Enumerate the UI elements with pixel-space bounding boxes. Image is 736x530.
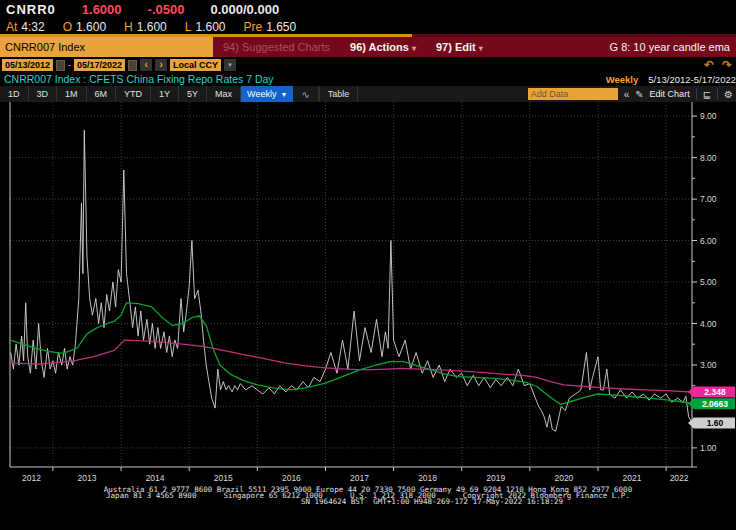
y-tick-label: 3.00 — [700, 360, 717, 370]
chevron-down-icon: ▼ — [280, 91, 287, 98]
tab-1m[interactable]: 1M — [57, 86, 87, 102]
redo-icon[interactable]: ↷ — [722, 58, 732, 72]
chart-type-icon[interactable]: ∿ — [293, 89, 318, 100]
terminal-footer: Australia 61 2 9777 8600 Brazil 5511 239… — [0, 487, 736, 505]
last-price: 1.6000 — [82, 2, 122, 17]
frequency-dropdown[interactable]: Weekly▼ — [241, 86, 293, 102]
y-tick-label: 6.00 — [700, 236, 717, 246]
currency-select[interactable]: Local CCY — [170, 59, 221, 71]
collapse-icon[interactable]: « — [624, 89, 630, 100]
security-ticker-box[interactable]: CNRR007 Index — [0, 37, 213, 57]
edit-menu-button[interactable]: 97) Edit▾ — [436, 41, 483, 53]
tab-ytd[interactable]: YTD — [116, 86, 151, 102]
y-tick-label: 5.00 — [700, 277, 717, 287]
x-tick-label: 2018 — [418, 473, 437, 483]
tab-6m[interactable]: 6M — [87, 86, 117, 102]
bid-ask: 0.000/0.000 — [210, 2, 279, 17]
tab-max[interactable]: Max — [207, 86, 241, 102]
range-forward-button[interactable]: › — [155, 59, 167, 71]
x-tick-label: 2012 — [22, 473, 41, 483]
price-chart[interactable]: 2012201320142015201620172018201920202021… — [0, 102, 736, 488]
panel-icon[interactable]: ⊑ — [703, 89, 711, 100]
y-tick-label: 4.00 — [700, 319, 717, 329]
date-range-label: 5/13/2012-5/17/2022 — [648, 74, 736, 85]
toolbar-row: CNRR007 Index 94) Suggested Charts 96) A… — [0, 37, 736, 57]
chevron-down-icon: ▾ — [412, 44, 416, 53]
suggested-charts-button[interactable]: 94) Suggested Charts — [223, 41, 330, 53]
date-from-input[interactable]: 05/13/2012 — [2, 59, 53, 71]
at-time: 4:32 — [21, 20, 44, 34]
x-tick-label: 2017 — [350, 473, 369, 483]
x-tick-label: 2022 — [670, 473, 689, 483]
low-label: L — [185, 20, 192, 34]
undo-icon[interactable]: ↶ — [704, 58, 714, 72]
tab-1d[interactable]: 1D — [0, 86, 29, 102]
security-description: CNRR007 Index : CFETS China Fixing Repo … — [4, 73, 274, 85]
prev-value: 1.650 — [266, 20, 296, 34]
calendar-icon[interactable] — [128, 60, 137, 71]
y-tick-label: 1.00 — [700, 443, 717, 453]
y-tick-label: 9.00 — [700, 111, 717, 121]
tab-3d[interactable]: 3D — [29, 86, 58, 102]
price-change: -.0500 — [148, 2, 185, 17]
x-tick-label: 2015 — [214, 473, 233, 483]
prev-label: Pre — [244, 20, 263, 34]
bloomberg-terminal-window: CNRR0 1.6000 -.0500 0.000/0.000 At4:32 O… — [0, 0, 736, 530]
chevron-down-icon[interactable]: ▾ — [224, 59, 236, 71]
x-tick-label: 2020 — [554, 473, 573, 483]
high-value: 1.600 — [137, 20, 167, 34]
price-chart-svg[interactable]: 2012201320142015201620172018201920202021… — [0, 102, 736, 488]
edit-chart-button[interactable]: Edit Chart — [650, 89, 690, 99]
tab-1y[interactable]: 1Y — [151, 86, 179, 102]
date-range-dash: - — [68, 60, 71, 70]
edit-pencil-icon[interactable]: ✎ — [635, 89, 643, 100]
add-data-input[interactable] — [528, 88, 618, 100]
calendar-icon[interactable] — [56, 60, 65, 71]
x-tick-label: 2014 — [146, 473, 165, 483]
description-row: CNRR007 Index : CFETS China Fixing Repo … — [0, 72, 736, 86]
range-back-button[interactable]: ‹ — [140, 59, 152, 71]
last-value-badge-label: 2.348 — [704, 387, 726, 397]
tab-5y[interactable]: 5Y — [179, 86, 207, 102]
ticker-symbol: CNRR0 — [6, 2, 56, 17]
last-value-badge-label: 1.60 — [707, 418, 724, 428]
open-label: O — [63, 20, 72, 34]
low-value: 1.600 — [195, 20, 225, 34]
x-tick-label: 2016 — [282, 473, 301, 483]
ohlc-row: At4:32 O1.600 H1.600 L1.600 Pre1.650 — [0, 19, 736, 34]
y-tick-label: 8.00 — [700, 153, 717, 163]
high-label: H — [124, 20, 133, 34]
x-tick-label: 2019 — [486, 473, 505, 483]
quote-row: CNRR0 1.6000 -.0500 0.000/0.000 — [0, 1, 736, 18]
tab-table[interactable]: Table — [319, 86, 359, 102]
divider — [696, 88, 697, 100]
x-tick-label: 2013 — [78, 473, 97, 483]
x-tick-label: 2021 — [623, 473, 642, 483]
y-tick-label: 7.00 — [700, 194, 717, 204]
periodicity-label: Weekly — [606, 74, 639, 85]
date-to-input[interactable]: 05/17/2022 — [74, 59, 125, 71]
actions-menu-button[interactable]: 96) Actions▾ — [350, 41, 416, 53]
gear-icon[interactable]: ⚙ — [724, 89, 733, 100]
chart-template-name: G 8: 10 year candle ema — [610, 41, 730, 53]
at-label: At — [6, 20, 17, 34]
last-value-badge-label: 2.0663 — [702, 399, 728, 409]
chevron-down-icon: ▾ — [479, 44, 483, 53]
period-tab-bar: 1D3D1M6MYTD1Y5YMax Weekly▼ ∿ Table « ✎ E… — [0, 86, 736, 102]
divider — [717, 88, 718, 100]
series-line-cnrr007-last-price — [11, 130, 692, 431]
open-value: 1.600 — [76, 20, 106, 34]
date-controls-row: 05/13/2012 - 05/17/2022 ‹ › Local CCY ▾ … — [0, 58, 736, 72]
series-line-ema-long — [11, 340, 692, 392]
